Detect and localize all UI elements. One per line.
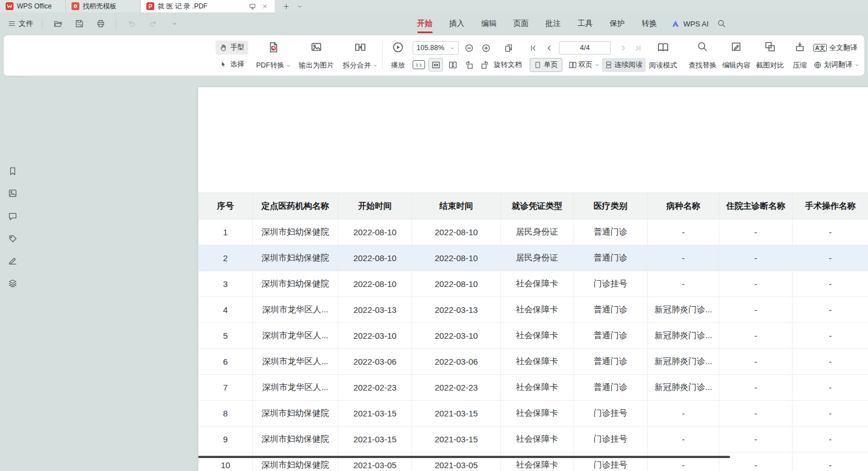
tab-document[interactable]: 就 医 记 录 .PDF: [141, 0, 275, 12]
history-chevron-button[interactable]: [165, 16, 184, 31]
table-cell: -: [648, 427, 719, 452]
undo-button[interactable]: [122, 16, 141, 31]
table-cell: 1: [199, 219, 253, 245]
tab-list-chevron-icon[interactable]: [295, 2, 304, 11]
previous-page-icon: [545, 44, 553, 52]
zoom-level-select[interactable]: 105.88%: [413, 41, 459, 55]
fit-page-button[interactable]: [445, 58, 460, 71]
table-cell: 普通门诊: [574, 323, 648, 349]
folder-open-icon: [53, 19, 62, 28]
word-translate-button[interactable]: 划词翻译: [813, 58, 860, 71]
close-tab-icon[interactable]: [260, 2, 269, 11]
table-cell: 新冠肺炎门诊...: [648, 349, 719, 375]
save-button[interactable]: [70, 16, 89, 31]
menu-home[interactable]: 开始: [409, 12, 441, 35]
table-cell: 社会保障卡: [501, 349, 574, 375]
print-button[interactable]: [91, 16, 110, 31]
table-body: 1深圳市妇幼保健院2022-08-102022-08-10居民身份证普通门诊--…: [199, 219, 868, 471]
chevron-down-icon: [854, 62, 860, 68]
device-sync-icon[interactable]: [248, 2, 257, 11]
redo-button[interactable]: [144, 16, 163, 31]
split-merge-button[interactable]: 拆分合并: [341, 39, 380, 72]
edit-content-label: 编辑内容: [722, 61, 750, 70]
menu-label: 编辑: [481, 19, 496, 29]
thumbnails-panel-button[interactable]: [7, 187, 18, 199]
layers-panel-button[interactable]: [7, 277, 18, 289]
open-file-button[interactable]: [48, 16, 68, 31]
comments-panel-button[interactable]: [7, 210, 18, 222]
full-translate-button[interactable]: A文 全文翻译: [813, 41, 857, 55]
rotate-left-button[interactable]: [462, 58, 476, 71]
menu-label: 批注: [545, 19, 561, 29]
menu-edit[interactable]: 编辑: [473, 12, 505, 35]
horizontal-scrollbar-thumb[interactable]: [198, 456, 730, 458]
menu-page[interactable]: 页面: [505, 12, 537, 35]
table-cell: 新冠肺炎门诊...: [648, 297, 719, 323]
table-row: 3深圳市妇幼保健院2022-08-102022-08-10社会保障卡门诊挂号--…: [199, 271, 868, 297]
table-cell: -: [793, 452, 868, 471]
table-cell: 2022-08-10: [412, 219, 501, 245]
menu-insert[interactable]: 插入: [441, 12, 473, 35]
zoom-in-button[interactable]: [479, 41, 493, 55]
rotate-document-button[interactable]: 旋转文档: [494, 58, 522, 71]
table-cell: -: [648, 219, 719, 245]
tab-bar: WPS Office 找稻壳模板 就 医 记 录 .PDF: [0, 0, 868, 12]
first-page-button[interactable]: [526, 41, 540, 55]
single-page-button[interactable]: 单页: [530, 58, 562, 72]
edit-content-button[interactable]: 编辑内容: [720, 39, 753, 72]
fit-width-button[interactable]: [428, 58, 443, 71]
hand-tool-button[interactable]: 手型: [216, 41, 248, 55]
wps-ai-button[interactable]: WPS AI: [671, 12, 709, 35]
table-cell: 社会保障卡: [501, 427, 574, 452]
fit-window-button[interactable]: [502, 41, 515, 55]
play-button[interactable]: 播放: [386, 39, 410, 72]
table-cell: 2022-08-10: [338, 271, 412, 297]
select-tool-label: 选择: [230, 60, 244, 69]
word-translate-label: 划词翻译: [824, 60, 852, 70]
table-cell: 深圳市龙华区人...: [253, 323, 338, 349]
page-number-input[interactable]: 4/4: [559, 41, 611, 55]
pdf-convert-button[interactable]: PDF转换: [254, 39, 293, 72]
menu-protect[interactable]: 保护: [601, 12, 633, 35]
previous-page-button[interactable]: [542, 41, 556, 55]
edit-content-icon: [731, 41, 742, 52]
tab-wps-office[interactable]: WPS Office: [0, 0, 66, 12]
table-cell: -: [648, 245, 719, 271]
signature-panel-button[interactable]: [7, 255, 18, 266]
table-cell: 深圳市妇幼保健院: [253, 452, 338, 471]
divider: [42, 19, 43, 28]
cursor-icon: [220, 61, 227, 69]
compress-button[interactable]: 压缩: [788, 39, 812, 72]
select-tool-button[interactable]: 选择: [216, 57, 248, 71]
table-row: 1深圳市妇幼保健院2022-08-102022-08-10居民身份证普通门诊--…: [199, 219, 868, 245]
tab-docer[interactable]: 找稻壳模板: [66, 0, 141, 12]
menu-comment[interactable]: 批注: [537, 12, 569, 35]
play-label: 播放: [391, 61, 405, 70]
divider: [116, 19, 117, 28]
table-cell: 5: [199, 323, 253, 349]
menu-tools[interactable]: 工具: [569, 12, 601, 35]
double-page-button[interactable]: 双页: [566, 58, 602, 72]
page-indicator: 4/4: [580, 44, 589, 52]
file-menu-button[interactable]: 文件: [5, 16, 37, 31]
screenshot-compare-button[interactable]: 截图对比: [754, 39, 786, 72]
table-cell: 居民身份证: [501, 219, 574, 245]
zoom-out-button[interactable]: [462, 41, 476, 55]
rotate-right-button[interactable]: [478, 58, 491, 71]
find-replace-button[interactable]: 查找替换: [686, 39, 719, 72]
attachments-panel-button[interactable]: [7, 233, 18, 244]
document-viewport[interactable]: 序号定点医药机构名称开始时间结束时间就诊凭证类型医疗类别病种名称住院主诊断名称手…: [25, 76, 868, 471]
bookmark-panel-button[interactable]: [7, 165, 18, 177]
pdf-convert-icon: [267, 41, 280, 53]
menu-convert[interactable]: 转换: [633, 12, 665, 35]
read-mode-button[interactable]: 阅读模式: [647, 39, 679, 72]
next-page-button[interactable]: [616, 41, 630, 55]
new-tab-icon[interactable]: [281, 2, 290, 11]
continuous-reading-button[interactable]: 连续阅读: [602, 58, 646, 72]
export-as-image-button[interactable]: 输出为图片: [294, 39, 338, 72]
menu-search-button[interactable]: [715, 17, 728, 30]
table-cell: 新冠肺炎门诊...: [648, 323, 719, 349]
actual-size-button[interactable]: 1:1: [411, 58, 426, 71]
last-page-button[interactable]: [631, 41, 645, 55]
split-merge-icon: [354, 41, 366, 53]
